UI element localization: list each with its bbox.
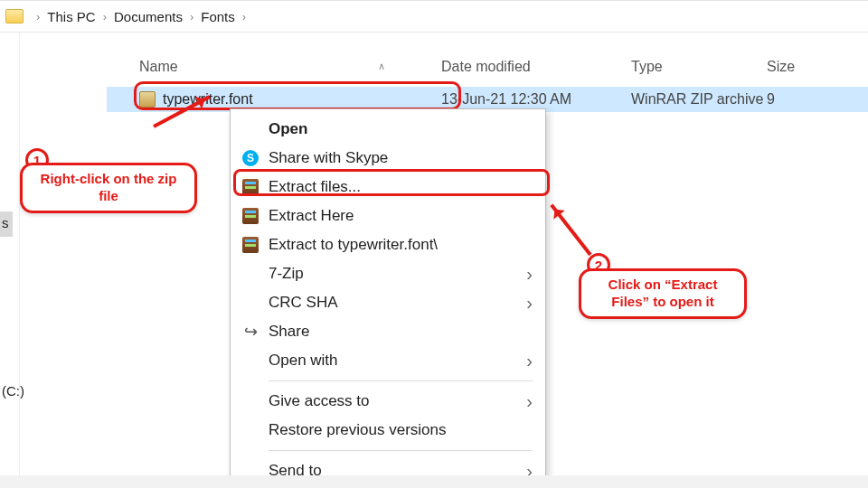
menu-extract-here-label: Extract Here [269, 207, 354, 225]
col-name[interactable]: Name ∧ [107, 59, 441, 75]
share-icon: ↪ [241, 323, 259, 341]
breadcrumb-bar: › This PC › Documents › Fonts › [0, 0, 868, 33]
menu-extract-files-label: Extract files... [269, 178, 361, 196]
menu-7zip[interactable]: 7-Zip [231, 259, 545, 288]
file-size: 9 [767, 91, 868, 108]
menu-extract-to-label: Extract to typewriter.font\ [269, 236, 438, 254]
chevron-right-icon: › [190, 10, 193, 23]
status-bar [0, 475, 868, 488]
skype-icon: S [241, 149, 259, 167]
menu-restore[interactable]: Restore previous versions [231, 416, 545, 445]
column-headers: Name ∧ Date modified Type Size [107, 51, 868, 83]
menu-open-label: Open [269, 120, 307, 138]
menu-extract-files[interactable]: Extract files... [231, 173, 545, 202]
menu-give-access-label: Give access to [269, 392, 370, 410]
crumb-this-pc[interactable]: This PC [47, 9, 95, 24]
col-date[interactable]: Date modified [441, 59, 631, 75]
menu-share[interactable]: ↪ Share [231, 317, 545, 346]
crumb-fonts[interactable]: Fonts [201, 9, 235, 24]
menu-extract-to[interactable]: Extract to typewriter.font\ [231, 230, 545, 259]
menu-open-with-label: Open with [269, 352, 338, 370]
menu-crc-sha[interactable]: CRC SHA [231, 288, 545, 317]
menu-crc-label: CRC SHA [269, 294, 338, 312]
menu-7zip-label: 7-Zip [269, 265, 304, 283]
menu-separator [269, 380, 533, 381]
sidebar-item-drive-c[interactable]: (C:) [2, 383, 24, 399]
menu-share-skype-label: Share with Skype [269, 149, 388, 167]
chevron-right-icon: › [36, 10, 40, 23]
sort-asc-icon: ∧ [378, 61, 385, 72]
nav-sidebar: s (C:) [0, 33, 20, 488]
winrar-icon [241, 207, 259, 225]
chevron-right-icon: › [103, 10, 107, 23]
crumb-documents[interactable]: Documents [114, 9, 183, 24]
col-name-label: Name [139, 59, 178, 74]
file-date: 13-Jun-21 12:30 AM [441, 91, 631, 108]
menu-separator [269, 450, 533, 451]
menu-open[interactable]: Open [231, 115, 545, 144]
menu-restore-label: Restore previous versions [269, 421, 447, 439]
menu-share-skype[interactable]: S Share with Skype [231, 144, 545, 173]
winrar-icon [241, 236, 259, 254]
menu-open-with[interactable]: Open with [231, 346, 545, 375]
annotation-callout-1-text: Right-click on the zip file [32, 171, 185, 205]
col-type[interactable]: Type [631, 59, 767, 75]
winrar-icon [241, 178, 259, 196]
menu-give-access[interactable]: Give access to [231, 387, 545, 416]
col-size[interactable]: Size [767, 59, 868, 75]
chevron-right-icon: › [242, 10, 246, 23]
annotation-callout-1: Right-click on the zip file [20, 163, 197, 213]
menu-extract-here[interactable]: Extract Here [231, 202, 545, 230]
context-menu: Open S Share with Skype Extract files...… [230, 108, 546, 488]
sidebar-item-cut[interactable]: s [2, 215, 9, 230]
file-name-cell: typewriter.font [107, 91, 441, 108]
archive-icon [139, 91, 156, 108]
annotation-arrow-2 [550, 204, 591, 257]
menu-share-label: Share [269, 323, 309, 341]
file-type: WinRAR ZIP archive [631, 91, 767, 108]
folder-icon [5, 9, 24, 23]
annotation-callout-2-text: Click on “Extract Files” to open it [590, 277, 735, 311]
annotation-callout-2: Click on “Extract Files” to open it [579, 268, 747, 319]
